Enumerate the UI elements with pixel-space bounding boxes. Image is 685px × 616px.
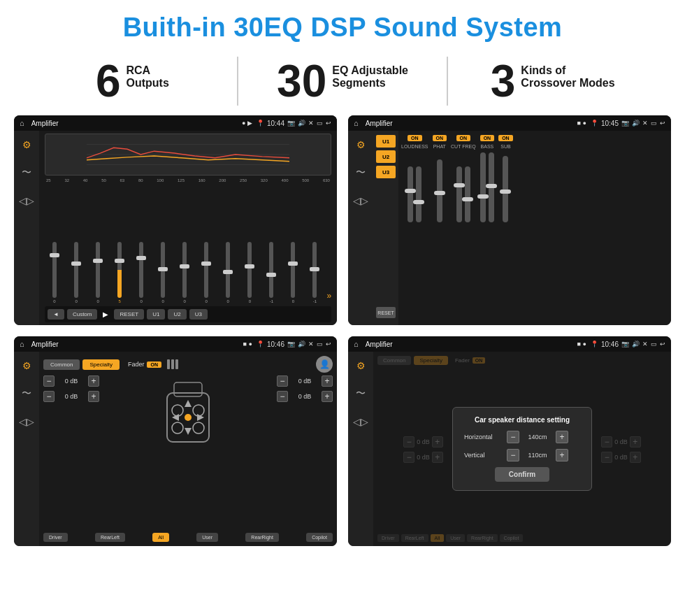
sidebar-speaker-icon-2[interactable]: ◁▷ [351, 191, 370, 210]
screen-eq: ⌂ Amplifier ● ▶ 📍 10:44 📷 🔊 ✕ ▭ ↩ ⚙ 〜 ◁▷ [14, 115, 337, 325]
svg-marker-13 [172, 414, 179, 421]
back-icon-1[interactable]: ↩ [326, 120, 331, 127]
bass-slider-l[interactable] [480, 152, 486, 222]
mode-specialty-btn[interactable]: Specialty [82, 359, 119, 370]
sub-on[interactable]: ON [498, 135, 513, 141]
horizontal-minus-btn[interactable]: − [507, 431, 519, 443]
eq-reset-btn[interactable]: RESET [114, 309, 144, 320]
all-btn[interactable]: All [152, 533, 169, 542]
sidebar-wave-icon[interactable]: 〜 [17, 163, 36, 182]
vertical-plus-btn[interactable]: + [556, 449, 568, 461]
eq-u3-btn[interactable]: U3 [189, 309, 208, 320]
back-icon-4[interactable]: ↩ [660, 341, 665, 348]
db-minus-rl[interactable]: − [43, 391, 55, 402]
sidebar-eq-icon-4[interactable]: ⚙ [351, 356, 370, 375]
eq-slider-9[interactable]: 0 [240, 242, 259, 303]
loudness-slider-l[interactable] [408, 166, 413, 222]
eq-slider-5[interactable]: 0 [153, 242, 173, 303]
minus-icon-4[interactable]: ▭ [651, 341, 657, 348]
db-minus-rr[interactable]: − [277, 391, 288, 402]
minus-icon-1[interactable]: ▭ [317, 120, 323, 127]
amp-reset-btn[interactable]: RESET [376, 307, 396, 318]
eq-slider-2[interactable]: 0 [88, 242, 108, 303]
svg-point-8 [172, 422, 183, 434]
fader-bottom: Driver RearLeft All User RearRight Copil… [43, 533, 333, 542]
vertical-minus-btn[interactable]: − [507, 449, 519, 461]
back-icon-3[interactable]: ↩ [326, 341, 331, 348]
loudness-slider-r[interactable] [416, 166, 421, 222]
x-icon-1[interactable]: ✕ [308, 120, 314, 127]
back-icon-2[interactable]: ↩ [660, 120, 665, 127]
home-icon-3[interactable]: ⌂ [20, 340, 24, 348]
x-icon-2[interactable]: ✕ [642, 120, 648, 127]
confirm-button[interactable]: Confirm [495, 467, 549, 482]
minus-icon-3[interactable]: ▭ [317, 341, 323, 348]
sidebar-speaker-icon-3[interactable]: ◁▷ [17, 412, 36, 431]
fader-on-badge[interactable]: ON [147, 361, 161, 368]
stat-crossover-number: 3 [491, 59, 516, 103]
db-minus-fr[interactable]: − [277, 375, 288, 387]
rearleft-btn[interactable]: RearLeft [95, 533, 125, 542]
rearright-btn[interactable]: RearRight [245, 533, 279, 542]
status-icons-3: 📍 10:46 📷 🔊 ✕ ▭ ↩ [257, 341, 331, 348]
x-icon-4[interactable]: ✕ [642, 341, 648, 348]
home-icon-4[interactable]: ⌂ [354, 340, 359, 348]
preset-u2[interactable]: U2 [376, 150, 396, 163]
stat-eq: 30 EQ Adjustable Segments [252, 59, 433, 103]
eq-slider-0[interactable]: 0 [45, 242, 64, 303]
eq-slider-3[interactable]: 5 [110, 242, 129, 303]
phat-slider[interactable] [437, 159, 442, 222]
eq-slider-1[interactable]: 0 [66, 242, 86, 303]
preset-u1[interactable]: U1 [376, 135, 396, 148]
minus-icon-2[interactable]: ▭ [651, 120, 657, 127]
eq-slider-6[interactable]: 0 [175, 242, 194, 303]
db-plus-fr[interactable]: + [322, 375, 333, 387]
cutfreq-slider-l[interactable] [456, 166, 462, 222]
user-btn[interactable]: User [196, 533, 218, 542]
avatar-icon-3[interactable]: 👤 [316, 356, 333, 373]
ctrl-bass: ON BASS [480, 135, 495, 321]
eq-slider-11[interactable]: 0 [283, 242, 303, 303]
sidebar-speaker-icon-4[interactable]: ◁▷ [351, 412, 370, 431]
sidebar-eq-icon-3[interactable]: ⚙ [17, 356, 36, 375]
driver-btn[interactable]: Driver [43, 533, 68, 542]
sub-slider[interactable] [503, 156, 508, 222]
eq-preset-custom[interactable]: Custom [67, 309, 98, 320]
svg-point-9 [193, 422, 204, 434]
eq-prev-btn[interactable]: ◄ [48, 309, 64, 320]
preset-u3[interactable]: U3 [376, 166, 396, 178]
bass-slider-r[interactable] [489, 152, 494, 222]
loudness-on[interactable]: ON [408, 135, 422, 141]
horizontal-plus-btn[interactable]: + [556, 431, 568, 443]
bass-on[interactable]: ON [480, 135, 495, 141]
db-plus-rl[interactable]: + [88, 391, 99, 402]
sidebar-eq-icon-2[interactable]: ⚙ [351, 135, 370, 155]
status-bar-2: ⌂ Amplifier ■ ● 📍 10:45 📷 🔊 ✕ ▭ ↩ [348, 115, 671, 131]
cutfreq-on[interactable]: ON [456, 135, 471, 141]
stat-divider-1 [237, 57, 238, 106]
eq-slider-4[interactable]: 0 [131, 242, 151, 303]
db-plus-rr[interactable]: + [322, 391, 333, 402]
home-icon-1[interactable]: ⌂ [20, 119, 24, 127]
sidebar-wave-icon-2[interactable]: 〜 [351, 163, 370, 182]
eq-slider-10[interactable]: -1 [261, 242, 281, 303]
copilot-btn[interactable]: Copilot [306, 533, 333, 542]
cutfreq-slider-r[interactable] [465, 166, 470, 222]
eq-play-btn[interactable]: ▶ [103, 310, 108, 318]
sidebar-speaker-icon[interactable]: ◁▷ [17, 191, 36, 210]
eq-slider-8[interactable]: 0 [218, 242, 238, 303]
db-plus-fl[interactable]: + [88, 375, 99, 387]
eq-u1-btn[interactable]: U1 [147, 309, 165, 320]
sidebar-wave-icon-4[interactable]: 〜 [351, 384, 370, 403]
eq-slider-12[interactable]: -1 [305, 242, 324, 303]
x-icon-3[interactable]: ✕ [308, 341, 314, 348]
sidebar-wave-icon-3[interactable]: 〜 [17, 384, 36, 403]
home-icon-2[interactable]: ⌂ [354, 119, 359, 127]
sidebar-eq-icon[interactable]: ⚙ [17, 135, 36, 155]
eq-u2-btn[interactable]: U2 [168, 309, 186, 320]
mode-common-btn[interactable]: Common [43, 359, 80, 370]
phat-on[interactable]: ON [433, 135, 447, 141]
db-minus-fl[interactable]: − [43, 375, 55, 387]
eq-more-btn[interactable]: » [326, 291, 331, 303]
eq-slider-7[interactable]: 0 [196, 242, 216, 303]
